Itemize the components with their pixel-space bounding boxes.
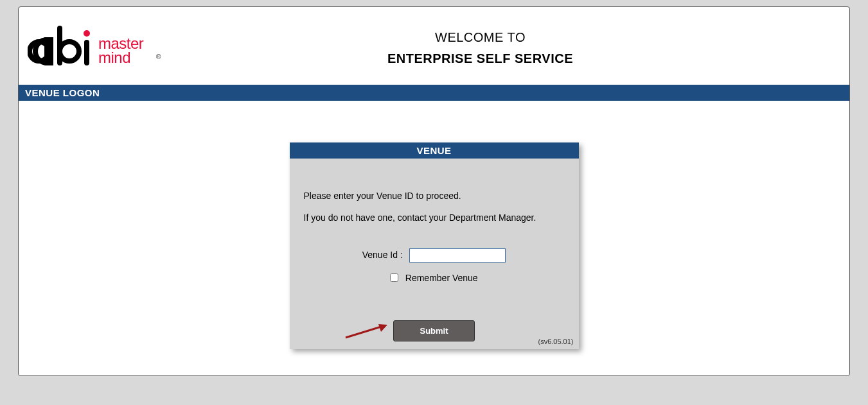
venue-panel-body: Please enter your Venue ID to proceed. I… (290, 159, 579, 349)
svg-line-9 (346, 327, 381, 338)
instruction-2: If you do not have one, contact your Dep… (304, 212, 565, 223)
pointer-arrow-icon (342, 322, 394, 343)
remember-venue-checkbox[interactable] (390, 273, 398, 282)
abi-mastermind-logo: master mind ® (25, 23, 169, 73)
content-area: VENUE Please enter your Venue ID to proc… (19, 101, 849, 349)
venue-logon-bar: VENUE LOGON (19, 85, 849, 101)
remember-venue-label: Remember Venue (405, 273, 478, 283)
remember-venue-row: Remember Venue (304, 271, 565, 283)
submit-row: Submit (304, 320, 565, 341)
svg-point-3 (60, 42, 79, 61)
svg-text:®: ® (156, 53, 161, 60)
svg-text:mind: mind (98, 49, 130, 66)
welcome-block: WELCOME TO ENTERPRISE SELF SERVICE (169, 30, 843, 66)
welcome-line-2: ENTERPRISE SELF SERVICE (169, 51, 792, 66)
venue-panel-title: VENUE (290, 142, 579, 159)
svg-point-5 (84, 30, 90, 37)
svg-marker-10 (378, 324, 387, 332)
header: master mind ® WELCOME TO ENTERPRISE SELF… (19, 7, 849, 85)
main-frame: master mind ® WELCOME TO ENTERPRISE SELF… (18, 6, 850, 376)
venue-id-row: Venue Id : (304, 248, 565, 263)
venue-id-label: Venue Id : (362, 250, 403, 260)
welcome-line-1: WELCOME TO (169, 30, 792, 45)
submit-button[interactable]: Submit (393, 320, 474, 341)
venue-id-input[interactable] (409, 248, 506, 263)
venue-panel: VENUE Please enter your Venue ID to proc… (290, 142, 579, 349)
version-text: (sv6.05.01) (538, 338, 573, 345)
instruction-1: Please enter your Venue ID to proceed. (304, 191, 565, 201)
